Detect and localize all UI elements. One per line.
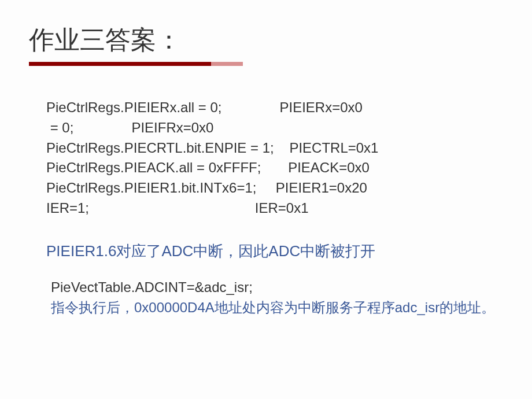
code-l2-right: PIEIFRx=0x0 [131,120,213,135]
note-1: PIEIER1.6对应了ADC中断，因此ADC中断被打开 [46,241,503,261]
code-l3-left: PieCtrlRegs.PIECRTL.bit.ENPIE = 1; [46,140,274,156]
code-l2-left: = 0; [46,120,73,135]
slide-container: 作业三答案： PieCtrlRegs.PIEIERx.all = 0; PIEI… [0,0,532,399]
explanation: 指令执行后，0x00000D4A地址处内容为中断服务子程序adc_isr的地址。 [46,298,503,318]
underline-light [211,62,243,66]
slide-title: 作业三答案： [29,23,503,57]
code-l5-right: PIEIER1=0x20 [276,180,367,195]
code-block-1: PieCtrlRegs.PIEIERx.all = 0; PIEIERx=0x0… [46,98,503,219]
code-l3-right: PIECTRL=0x1 [289,140,378,156]
code-l5-left: PieCtrlRegs.PIEIER1.bit.INTx6=1; [46,180,256,195]
code-l4-right: PIEACK=0x0 [288,160,370,175]
code-block-2: PieVectTable.ADCINT=&adc_isr; [46,278,503,298]
code-l1-right: PIEIERx=0x0 [279,99,362,115]
underline-dark [29,62,211,66]
code-l4-left: PieCtrlRegs.PIEACK.all = 0xFFFF; [46,160,261,175]
code-l1-left: PieCtrlRegs.PIEIERx.all = 0; [46,99,221,115]
title-area: 作业三答案： [29,23,503,66]
content-area: PieCtrlRegs.PIEIERx.all = 0; PIEIERx=0x0… [29,92,503,318]
title-underline [29,62,243,66]
code-l6-left: IER=1; [46,200,89,216]
code-l6-right: IER=0x1 [255,200,309,216]
